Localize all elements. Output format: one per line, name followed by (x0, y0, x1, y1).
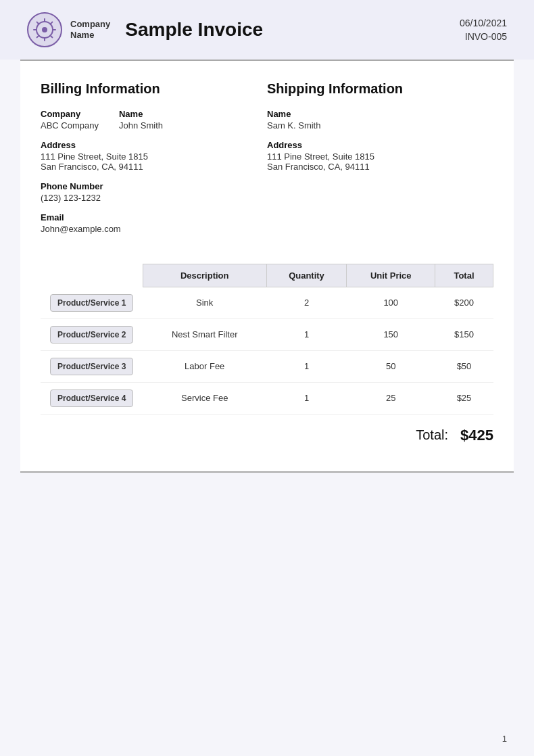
table-row: Product/Service 2 Nest Smart Filter 1 15… (41, 318, 493, 350)
row-quantity: 1 (266, 350, 347, 382)
billing-name-label: Name (119, 109, 163, 119)
body-content: Billing Information Company ABC Company … (20, 61, 514, 471)
invoice-date: 06/10/2021 (460, 18, 507, 28)
shipping-address-line2: San Francisco, CA, 94111 (267, 162, 493, 172)
company-logo (27, 12, 62, 47)
row-quantity: 1 (266, 382, 347, 414)
row-label-cell: Product/Service 2 (41, 318, 143, 350)
table-row: Product/Service 3 Labor Fee 1 50 $50 (41, 350, 493, 382)
row-total: $50 (435, 350, 493, 382)
row-description: Nest Smart Filter (143, 318, 266, 350)
row-unit-price: 150 (347, 318, 435, 350)
shipping-name-block: Name Sam K. Smith (267, 109, 493, 131)
total-row: Total: $425 (41, 415, 493, 451)
info-section: Billing Information Company ABC Company … (41, 81, 493, 243)
row-label-cell: Product/Service 1 (41, 287, 143, 319)
table-row: Product/Service 1 Sink 2 100 $200 (41, 287, 493, 319)
svg-point-3 (42, 27, 47, 32)
billing-address-line2: San Francisco, CA, 94111 (41, 162, 267, 172)
row-label: Product/Service 4 (50, 389, 133, 407)
row-description: Sink (143, 287, 266, 319)
page-number: 1 (502, 734, 507, 744)
billing-phone-value: (123) 123-1232 (41, 193, 267, 203)
shipping-info: Shipping Information Name Sam K. Smith A… (267, 81, 493, 243)
invoice-table: Description Quantity Unit Price Total Pr… (41, 264, 493, 415)
company-name-block: CompanyName (70, 19, 110, 40)
billing-email-value: John@example.com (41, 224, 267, 234)
col-quantity: Quantity (266, 264, 347, 287)
shipping-name-label: Name (267, 109, 493, 119)
row-unit-price: 25 (347, 382, 435, 414)
billing-title: Billing Information (41, 81, 267, 97)
bottom-divider (20, 471, 514, 473)
header-right: 06/10/2021 INVO-005 (460, 18, 507, 42)
col-description: Description (143, 264, 266, 287)
billing-address-label: Address (41, 140, 267, 150)
row-unit-price: 100 (347, 287, 435, 319)
row-unit-price: 50 (347, 350, 435, 382)
col-unit-price: Unit Price (347, 264, 435, 287)
row-description: Labor Fee (143, 350, 266, 382)
header-left: CompanyName Sample Invoice (27, 12, 263, 47)
row-label: Product/Service 1 (50, 294, 133, 312)
billing-email-label: Email (41, 212, 267, 222)
billing-company-value: ABC Company (41, 120, 99, 131)
billing-address-block: Address 111 Pine Street, Suite 1815 San … (41, 140, 267, 172)
row-label-cell: Product/Service 4 (41, 382, 143, 414)
row-quantity: 1 (266, 318, 347, 350)
shipping-name-value: Sam K. Smith (267, 120, 493, 131)
row-total: $150 (435, 318, 493, 350)
shipping-address-line1: 111 Pine Street, Suite 1815 (267, 151, 493, 162)
table-row: Product/Service 4 Service Fee 1 25 $25 (41, 382, 493, 414)
shipping-address-label: Address (267, 140, 493, 150)
invoice-header: CompanyName Sample Invoice 06/10/2021 IN… (0, 0, 534, 60)
billing-company-block: Company ABC Company (41, 109, 99, 131)
billing-info: Billing Information Company ABC Company … (41, 81, 267, 243)
row-description: Service Fee (143, 382, 266, 414)
row-total: $200 (435, 287, 493, 319)
table-section: Description Quantity Unit Price Total Pr… (41, 264, 493, 451)
table-header-row: Description Quantity Unit Price Total (41, 264, 493, 287)
row-total: $25 (435, 382, 493, 414)
shipping-address-block: Address 111 Pine Street, Suite 1815 San … (267, 140, 493, 172)
billing-company-name-row: Company ABC Company Name John Smith (41, 109, 267, 131)
billing-company-label: Company (41, 109, 99, 119)
shipping-title: Shipping Information (267, 81, 493, 97)
company-name-text: CompanyName (70, 19, 110, 40)
invoice-number: INVO-005 (460, 31, 507, 42)
billing-email-block: Email John@example.com (41, 212, 267, 234)
row-label: Product/Service 2 (50, 326, 133, 344)
row-label: Product/Service 3 (50, 358, 133, 375)
col-total: Total (435, 264, 493, 287)
total-label: Total: (416, 427, 448, 443)
row-label-cell: Product/Service 3 (41, 350, 143, 382)
billing-address-line1: 111 Pine Street, Suite 1815 (41, 151, 267, 162)
billing-name-value: John Smith (119, 120, 163, 131)
total-value: $425 (460, 427, 493, 444)
invoice-title: Sample Invoice (125, 19, 263, 41)
row-quantity: 2 (266, 287, 347, 319)
billing-name-block: Name John Smith (119, 109, 163, 131)
billing-phone-block: Phone Number (123) 123-1232 (41, 181, 267, 203)
billing-phone-label: Phone Number (41, 181, 267, 191)
